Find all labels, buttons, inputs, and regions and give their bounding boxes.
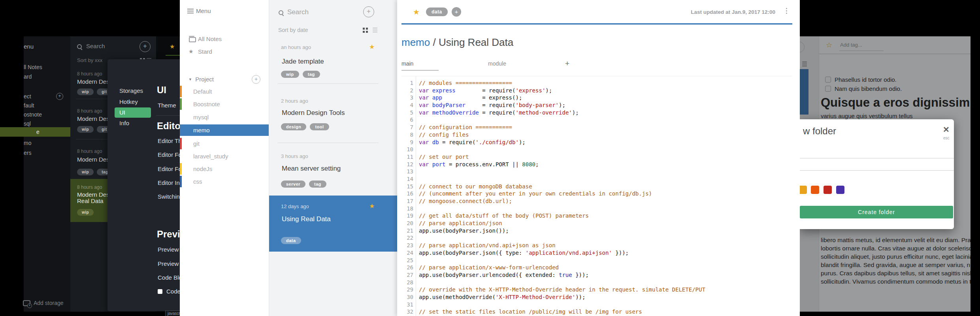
dark-search-bar[interactable]: Search + xyxy=(70,41,156,51)
note-title[interactable]: Jade template xyxy=(282,58,324,66)
dark-search-placeholder: Search xyxy=(86,43,105,49)
tag-pill[interactable]: data xyxy=(281,237,301,244)
settings-tab-storages[interactable]: Storages xyxy=(119,87,143,94)
archive-icon xyxy=(189,37,196,42)
tag-pill[interactable]: wip xyxy=(77,126,94,133)
code-line: // set our port xyxy=(419,153,705,161)
color-swatch[interactable] xyxy=(836,186,844,194)
code-content[interactable]: // modules =================var express … xyxy=(419,79,705,316)
note-tags: data xyxy=(281,237,305,244)
folder-item-memo[interactable]: memo xyxy=(180,124,269,136)
note-title[interactable]: Using Real Data xyxy=(282,215,331,223)
kebab-menu-icon[interactable] xyxy=(786,8,787,9)
tag-pill[interactable]: tag xyxy=(309,181,326,188)
star-icon[interactable]: ★ xyxy=(413,8,420,17)
code-line: // modules ================= xyxy=(419,79,705,87)
settings-row[interactable]: Editor Th xyxy=(158,137,182,144)
add-folder-button[interactable]: + xyxy=(252,75,260,84)
tag-pill[interactable]: wip xyxy=(77,88,94,95)
list-view-icon[interactable] xyxy=(147,58,151,59)
new-tab-button[interactable]: + xyxy=(565,59,569,68)
tag-pill[interactable]: wip xyxy=(77,169,94,175)
note-item-selected[interactable]: 12 days ago★Using Real Datadata xyxy=(269,196,398,252)
sidebar-item-ers[interactable]: ers xyxy=(0,148,70,158)
code-line: // get all data/stuff of the body (POST)… xyxy=(419,212,705,220)
sort-by-label[interactable]: Sort by date xyxy=(278,27,308,33)
star-icon[interactable]: ★ xyxy=(369,43,375,51)
settings-row[interactable]: Switching xyxy=(158,193,183,200)
folder-color-bar xyxy=(180,98,182,110)
sidebar-item-mo[interactable]: mo xyxy=(0,138,70,148)
note-time: an hours ago xyxy=(281,44,311,50)
note-tags: designtool xyxy=(281,123,333,130)
color-swatch[interactable] xyxy=(811,186,819,194)
add-storage-button[interactable]: Add storage xyxy=(0,300,70,307)
add-tag-button[interactable]: + xyxy=(452,7,461,17)
tag-divider xyxy=(166,55,180,56)
note-title[interactable]: Mean server setting xyxy=(282,165,341,173)
sidebar-item-ostnote[interactable]: ostnote xyxy=(0,110,70,119)
settings-row[interactable]: Code Blo xyxy=(158,274,182,281)
folder-item-mysql[interactable]: mysql xyxy=(180,111,269,123)
checkbox-icon[interactable] xyxy=(158,289,162,294)
note-title[interactable]: Using Real Data xyxy=(439,36,513,48)
settings-row[interactable]: Editor Inc xyxy=(158,179,183,186)
dark-sort-label[interactable]: Sort by xxx xyxy=(77,57,102,63)
folder-item-nodeJs[interactable]: nodeJs xyxy=(180,163,269,175)
tag-pill[interactable]: tag xyxy=(303,71,320,78)
create-folder-button[interactable]: Create folder xyxy=(800,206,953,218)
sidebar-item-e[interactable]: e xyxy=(0,127,70,137)
sidebar-item-ard[interactable]: ard xyxy=(0,72,70,81)
hamburger-icon xyxy=(187,9,194,9)
code-editor[interactable]: 1234567891011121314151617181920212223242… xyxy=(401,76,792,316)
breadcrumb-folder[interactable]: memo xyxy=(401,36,430,48)
note-time: 8 hours ago xyxy=(77,108,102,114)
new-note-button[interactable]: + xyxy=(139,41,151,52)
star-icon[interactable]: ★ xyxy=(369,202,375,210)
settings-tab-ui[interactable]: UI xyxy=(115,107,151,118)
code-line xyxy=(419,175,705,183)
code-line: // (uncomment after you enter in your ow… xyxy=(419,190,705,198)
settings-tab-hotkey[interactable]: Hotkey xyxy=(119,98,138,105)
color-swatch[interactable] xyxy=(824,186,832,194)
folder-item-css[interactable]: css xyxy=(180,176,269,187)
tab-module[interactable]: module xyxy=(488,60,506,67)
folder-name-input[interactable] xyxy=(800,158,954,171)
close-icon[interactable]: ✕ xyxy=(943,125,950,134)
settings-row[interactable]: Theme xyxy=(158,102,176,109)
tag-pill[interactable]: wip xyxy=(281,71,299,78)
tag-pill[interactable]: wip xyxy=(77,209,94,216)
active-tab-underline xyxy=(401,70,439,71)
settings-section-title-ui: UI xyxy=(157,85,166,96)
folder-item-Boostnote[interactable]: Boostnote xyxy=(180,98,269,110)
add-folder-button[interactable]: + xyxy=(56,93,63,100)
sidebar-item-llNotes[interactable]: ll Notes xyxy=(0,62,70,72)
star-icon[interactable]: ★ xyxy=(170,43,175,50)
folder-item-Default[interactable]: Default xyxy=(180,86,269,97)
modal-title: w folder xyxy=(803,126,836,137)
settings-tab-info[interactable]: Info xyxy=(119,120,129,126)
list-view-icon[interactable] xyxy=(373,28,377,28)
code-line xyxy=(419,279,705,286)
sidebar-item-ect[interactable]: ect+ xyxy=(0,92,70,101)
settings-row[interactable]: Editor Fo xyxy=(158,151,182,158)
tag-pill[interactable]: server xyxy=(281,181,305,188)
dark-menu-button[interactable]: enu xyxy=(0,42,70,51)
color-swatch[interactable] xyxy=(800,186,807,194)
dark-sidebar: enu ll Notesardect+faultostnotesqlemoers… xyxy=(0,36,70,312)
note-divider xyxy=(278,143,379,143)
folder-item-laravel_study[interactable]: laravel_study xyxy=(180,150,269,162)
folder-color-bar xyxy=(180,138,182,149)
note-title[interactable]: Modern Design Tools xyxy=(282,109,345,117)
tag-pill[interactable]: tool xyxy=(310,123,329,130)
tag-pill[interactable]: data xyxy=(426,8,448,16)
search-bar[interactable]: Search + xyxy=(269,0,398,7)
sidebar-item-fault[interactable]: fault xyxy=(0,101,70,110)
folder-item-git[interactable]: git xyxy=(180,138,269,149)
new-note-button[interactable]: + xyxy=(363,6,374,17)
tag-pill[interactable]: design xyxy=(281,123,306,130)
tab-main[interactable]: main xyxy=(401,60,413,67)
project-header[interactable]: ▼ Project xyxy=(188,76,214,83)
grid-view-icon[interactable] xyxy=(363,28,365,30)
settings-row[interactable]: Editor Fo xyxy=(158,166,182,172)
